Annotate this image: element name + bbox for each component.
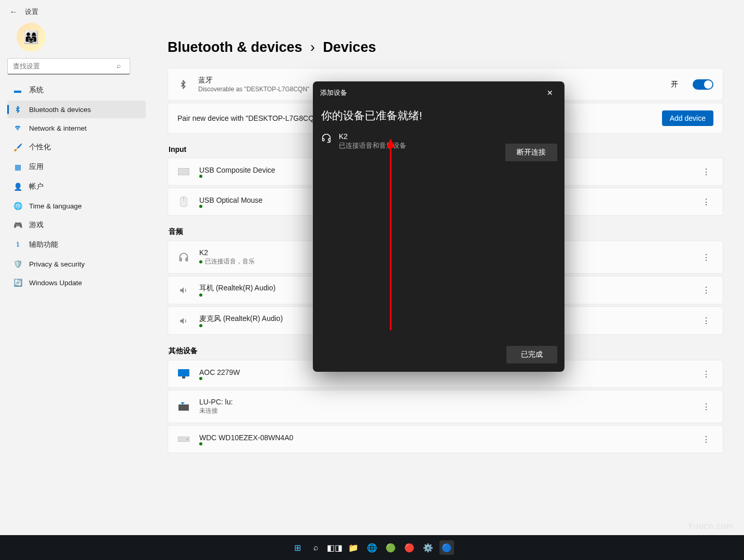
mouse-icon — [177, 195, 190, 208]
sidebar-item-bluetooth[interactable]: Bluetooth & devices — [7, 101, 146, 118]
search-input[interactable] — [7, 58, 130, 75]
sidebar-item-gaming[interactable]: 🎮 游戏 — [7, 216, 146, 234]
device-status: 已连接语音，音乐 — [205, 257, 255, 266]
svg-point-0 — [17, 242, 18, 243]
sidebar-item-label: Privacy & security — [29, 260, 85, 268]
taskbar: ⊞ ⌕ ◧◨ 📁 🌐 🟢 🔴 ⚙️ 🔵 — [0, 535, 744, 560]
sidebar-item-accessibility[interactable]: 辅助功能 — [7, 235, 146, 254]
disconnect-button[interactable]: 断开连接 — [505, 144, 557, 161]
more-icon[interactable]: ⋮ — [699, 167, 713, 177]
update-icon: 🔄 — [13, 278, 22, 287]
dialog-device-name: K2 — [339, 132, 406, 141]
device-row[interactable]: LU-PC: lu: 未连接 ⋮ — [168, 390, 723, 423]
svg-rect-13 — [328, 138, 330, 141]
sidebar-item-label: Time & language — [29, 202, 82, 210]
start-icon[interactable]: ⊞ — [290, 540, 305, 555]
svg-rect-8 — [178, 404, 189, 411]
more-icon[interactable]: ⋮ — [699, 253, 713, 262]
search-icon[interactable]: ⌕ — [309, 540, 323, 555]
toggle-label: 开 — [671, 80, 678, 89]
status-dot — [199, 324, 202, 327]
add-device-button[interactable]: Add device — [662, 110, 713, 126]
annotation-arrow — [380, 138, 401, 335]
done-button[interactable]: 已完成 — [506, 346, 557, 363]
bluetooth-icon — [177, 80, 189, 89]
more-icon[interactable]: ⋮ — [699, 197, 713, 207]
dialog-device-sub: 已连接语音和音乐设备 — [339, 142, 406, 150]
sidebar: 👨‍👩‍👧 ⌕ ▬ 系统 Bluetooth & devices Network… — [0, 20, 153, 554]
media-device-icon — [177, 400, 190, 413]
status-dot — [199, 175, 202, 178]
edge-icon[interactable]: 🌐 — [365, 540, 379, 555]
device-name: 耳机 (Realtek(R) Audio) — [199, 284, 275, 293]
app-icon[interactable]: 🔵 — [439, 540, 454, 555]
more-icon[interactable]: ⋮ — [699, 402, 713, 412]
device-name: LU-PC: lu: — [199, 398, 233, 406]
speaker-icon — [177, 315, 190, 327]
sidebar-item-label: 游戏 — [29, 220, 44, 230]
dialog-title: 你的设备已准备就绪! — [313, 104, 564, 132]
sidebar-item-label: 应用 — [29, 162, 44, 172]
status-dot — [199, 293, 202, 297]
taskview-icon[interactable]: ◧◨ — [327, 540, 342, 555]
avatar[interactable]: 👨‍👩‍👧 — [17, 23, 46, 52]
app-icon[interactable]: ⚙️ — [421, 540, 435, 555]
sidebar-item-label: Bluetooth & devices — [29, 106, 91, 114]
sidebar-item-time[interactable]: 🌐 Time & language — [7, 197, 146, 215]
watermark: Yuucn.com — [688, 522, 734, 531]
sidebar-item-label: 帐户 — [29, 182, 44, 191]
window-title: 设置 — [25, 7, 38, 17]
gamepad-icon: 🎮 — [13, 221, 22, 229]
person-icon: 👤 — [13, 183, 22, 191]
add-device-dialog: 添加设备 ✕ 你的设备已准备就绪! K2 已连接语音和音乐设备 断开连接 已完成 — [313, 81, 564, 372]
sidebar-item-label: 辅助功能 — [29, 240, 58, 249]
app-icon[interactable]: 🟢 — [383, 540, 398, 555]
svg-point-11 — [187, 439, 188, 440]
breadcrumb-current: Devices — [323, 39, 376, 55]
sidebar-item-network[interactable]: Network & internet — [7, 119, 146, 137]
sidebar-item-apps[interactable]: ▦ 应用 — [7, 158, 146, 176]
sidebar-item-personalization[interactable]: 🖌️ 个性化 — [7, 138, 146, 157]
svg-rect-6 — [178, 369, 189, 376]
more-icon[interactable]: ⋮ — [699, 316, 713, 326]
device-row[interactable]: WDC WD10EZEX-08WN4A0 ⋮ — [168, 425, 723, 453]
dialog-header-title: 添加设备 — [320, 89, 347, 97]
status-dot — [199, 377, 202, 380]
explorer-icon[interactable]: 📁 — [346, 540, 361, 555]
breadcrumb: Bluetooth & devices › Devices — [168, 39, 723, 55]
bluetooth-icon — [13, 105, 22, 114]
chrome-icon[interactable]: 🔴 — [402, 540, 417, 555]
sidebar-item-update[interactable]: 🔄 Windows Update — [7, 274, 146, 291]
svg-rect-4 — [180, 258, 182, 261]
headphones-icon — [177, 251, 190, 263]
sidebar-item-label: Windows Update — [29, 279, 82, 287]
brush-icon: 🖌️ — [13, 143, 22, 151]
svg-rect-5 — [186, 258, 187, 261]
svg-rect-12 — [323, 138, 324, 141]
keyboard-icon — [177, 165, 190, 178]
device-name: 麦克风 (Realtek(R) Audio) — [199, 314, 283, 324]
sidebar-item-accounts[interactable]: 👤 帐户 — [7, 177, 146, 196]
search-icon: ⌕ — [117, 62, 121, 69]
more-icon[interactable]: ⋮ — [699, 369, 713, 379]
headset-icon — [321, 133, 332, 146]
breadcrumb-parent[interactable]: Bluetooth & devices — [168, 39, 302, 55]
device-status: 未连接 — [199, 407, 218, 415]
sidebar-item-label: 个性化 — [29, 143, 51, 152]
sidebar-item-label: 系统 — [29, 86, 44, 95]
more-icon[interactable]: ⋮ — [699, 285, 713, 295]
more-icon[interactable]: ⋮ — [699, 435, 713, 444]
status-dot — [199, 205, 202, 208]
monitor-icon — [177, 368, 190, 380]
device-name: USB Composite Device — [199, 166, 275, 174]
device-name: AOC 2279W — [199, 368, 240, 376]
sidebar-item-system[interactable]: ▬ 系统 — [7, 81, 146, 100]
bluetooth-toggle[interactable] — [693, 79, 713, 90]
sidebar-item-label: Network & internet — [29, 124, 87, 132]
svg-marker-9 — [181, 402, 185, 404]
svg-rect-1 — [178, 168, 189, 175]
sidebar-item-privacy[interactable]: 🛡️ Privacy & security — [7, 255, 146, 273]
device-name: USB Optical Mouse — [199, 196, 263, 204]
back-icon[interactable]: ← — [9, 7, 18, 17]
close-icon[interactable]: ✕ — [543, 87, 557, 99]
